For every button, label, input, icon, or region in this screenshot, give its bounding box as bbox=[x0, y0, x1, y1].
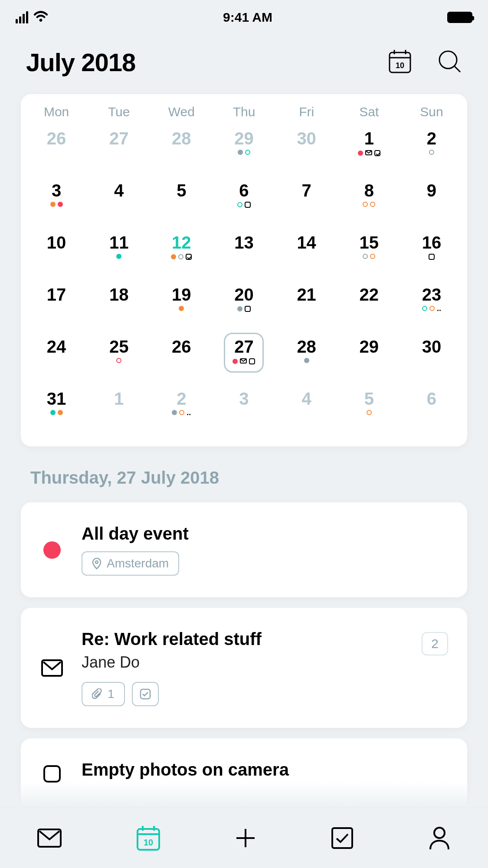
day-number: 26 bbox=[172, 338, 191, 355]
calendar-day[interactable]: 26 bbox=[25, 130, 88, 171]
day-number: 19 bbox=[172, 286, 191, 303]
calendar-day[interactable]: 14 bbox=[275, 234, 338, 275]
day-number: 24 bbox=[47, 338, 66, 355]
day-indicators bbox=[237, 202, 251, 208]
calendar-day[interactable]: 12 bbox=[150, 234, 213, 275]
calendar-day[interactable]: 18 bbox=[88, 286, 150, 328]
calendar-day[interactable]: 27 bbox=[88, 130, 150, 171]
day-number: 2 bbox=[427, 130, 436, 147]
calendar-day[interactable]: 16 bbox=[400, 234, 463, 275]
day-number: 1 bbox=[114, 390, 124, 407]
calendar-day[interactable]: 1 bbox=[338, 130, 400, 171]
svg-point-9 bbox=[95, 561, 98, 563]
calendar-day[interactable]: 29 bbox=[213, 130, 275, 171]
calendar-day[interactable]: 9 bbox=[400, 182, 463, 223]
day-number: 9 bbox=[427, 182, 436, 199]
calendar-day[interactable]: 25 bbox=[88, 338, 150, 380]
day-number: 26 bbox=[47, 130, 66, 147]
page-title: July 2018 bbox=[26, 48, 135, 77]
calendar-day[interactable]: 6 bbox=[400, 390, 463, 432]
day-indicators bbox=[367, 410, 372, 415]
calendar-day[interactable]: 22 bbox=[338, 286, 400, 328]
calendar-day[interactable]: 27 bbox=[213, 338, 275, 380]
weekday-label: Wed bbox=[150, 105, 213, 119]
day-indicators bbox=[363, 254, 375, 259]
agenda-item[interactable]: Empty photos on camera bbox=[21, 738, 467, 809]
day-number: 2 bbox=[177, 390, 186, 407]
calendar-day[interactable]: 3 bbox=[25, 182, 88, 223]
calendar-day[interactable]: 29 bbox=[338, 338, 400, 380]
calendar-day[interactable]: 19 bbox=[150, 286, 213, 328]
day-number: 13 bbox=[234, 234, 254, 251]
weekday-label: Fri bbox=[275, 105, 338, 119]
day-indicators bbox=[116, 254, 121, 259]
day-indicators bbox=[50, 410, 63, 415]
event-color-dot bbox=[43, 541, 61, 559]
calendar-day[interactable]: 5 bbox=[338, 390, 400, 432]
calendar-day[interactable]: 13 bbox=[213, 234, 275, 275]
day-indicators bbox=[304, 358, 309, 363]
day-number: 18 bbox=[109, 286, 129, 303]
calendar-day[interactable]: 30 bbox=[400, 338, 463, 380]
day-number: 6 bbox=[239, 182, 249, 199]
day-number: 16 bbox=[422, 234, 442, 251]
calendar-day[interactable]: 3 bbox=[213, 390, 275, 432]
checkbox-icon[interactable] bbox=[43, 765, 61, 783]
svg-text:10: 10 bbox=[396, 61, 404, 70]
calendar-day[interactable]: 2 bbox=[400, 130, 463, 171]
calendar-day[interactable]: 28 bbox=[150, 130, 213, 171]
calendar-day[interactable]: 21 bbox=[275, 286, 338, 328]
calendar-day[interactable]: 4 bbox=[275, 390, 338, 432]
calendar-day[interactable]: 7 bbox=[275, 182, 338, 223]
tab-tasks[interactable] bbox=[331, 826, 354, 850]
day-indicators bbox=[238, 150, 250, 155]
task-chip[interactable] bbox=[132, 682, 159, 706]
day-number: 23 bbox=[422, 286, 442, 303]
calendar-day[interactable]: 28 bbox=[275, 338, 338, 380]
tab-profile[interactable] bbox=[428, 826, 451, 850]
weekday-label: Thu bbox=[213, 105, 275, 119]
search-button[interactable] bbox=[438, 49, 462, 75]
calendar-day[interactable]: 6 bbox=[213, 182, 275, 223]
today-button[interactable]: 10 bbox=[388, 49, 412, 76]
tab-mail[interactable] bbox=[37, 828, 62, 848]
svg-line-6 bbox=[455, 66, 460, 72]
weekday-label: Sat bbox=[338, 105, 400, 119]
item-title: All day event bbox=[82, 524, 448, 544]
calendar-day[interactable]: 1 bbox=[88, 390, 150, 432]
calendar-day[interactable]: 5 bbox=[150, 182, 213, 223]
calendar-day[interactable]: 31 bbox=[25, 390, 88, 432]
day-indicators bbox=[237, 306, 251, 312]
tab-add[interactable] bbox=[235, 827, 256, 849]
calendar-day[interactable]: 23.. bbox=[400, 286, 463, 328]
calendar-day[interactable]: 11 bbox=[88, 234, 150, 275]
day-number: 25 bbox=[109, 338, 129, 355]
day-indicators bbox=[116, 358, 121, 363]
item-title: Empty photos on camera bbox=[82, 760, 448, 780]
calendar-day[interactable]: 2.. bbox=[150, 390, 213, 432]
svg-rect-20 bbox=[332, 828, 352, 848]
day-indicators: .. bbox=[172, 410, 191, 415]
day-number: 17 bbox=[47, 286, 66, 303]
agenda-item[interactable]: All day eventAmsterdam bbox=[21, 502, 467, 597]
calendar-day[interactable]: 26 bbox=[150, 338, 213, 380]
day-number: 3 bbox=[239, 390, 249, 407]
calendar-day[interactable]: 8 bbox=[338, 182, 400, 223]
calendar-day[interactable]: 4 bbox=[88, 182, 150, 223]
svg-text:10: 10 bbox=[144, 838, 153, 847]
day-indicators bbox=[358, 150, 380, 157]
day-number: 11 bbox=[109, 234, 129, 251]
calendar-day[interactable]: 24 bbox=[25, 338, 88, 380]
calendar-day[interactable]: 10 bbox=[25, 234, 88, 275]
agenda-item[interactable]: Re: Work related stuffJane Do12 bbox=[21, 608, 467, 728]
tab-calendar[interactable]: 10 bbox=[136, 825, 161, 852]
attachment-chip[interactable]: 1 bbox=[82, 682, 125, 706]
calendar-day[interactable]: 30 bbox=[275, 130, 338, 171]
selected-date-heading: Thursday, 27 July 2018 bbox=[0, 446, 488, 502]
day-indicators bbox=[171, 254, 192, 260]
day-number: 8 bbox=[364, 182, 374, 199]
location-chip[interactable]: Amsterdam bbox=[82, 551, 179, 576]
calendar-day[interactable]: 20 bbox=[213, 286, 275, 328]
calendar-day[interactable]: 15 bbox=[338, 234, 400, 275]
calendar-day[interactable]: 17 bbox=[25, 286, 88, 328]
